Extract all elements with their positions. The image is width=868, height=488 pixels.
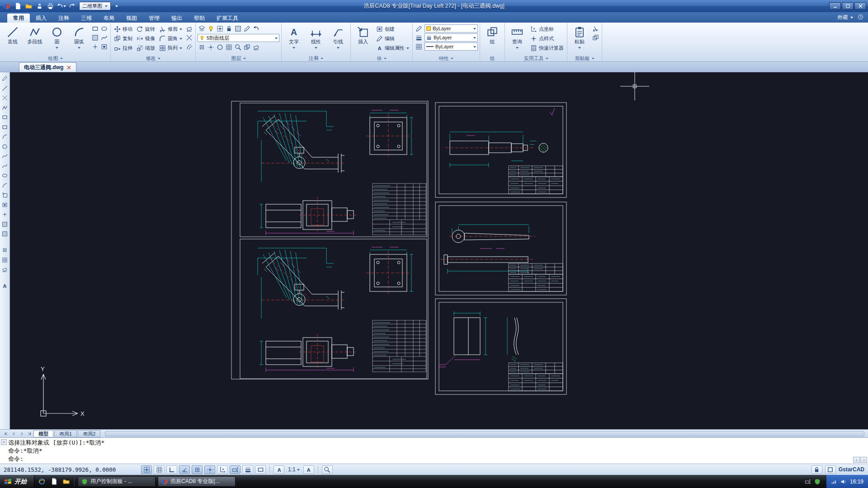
antivirus-icon[interactable]: [814, 479, 821, 485]
ellipse-arc-tool-icon[interactable]: [1, 182, 9, 189]
create-block-button[interactable]: 创建: [375, 24, 410, 33]
line-tool-icon[interactable]: [1, 85, 9, 92]
edit-block-button[interactable]: 编辑: [375, 34, 410, 43]
tab-help[interactable]: 帮助: [188, 14, 211, 23]
annotation-group-label[interactable]: 注释: [283, 55, 349, 61]
command-prompt[interactable]: 命令:: [8, 455, 859, 463]
horizontal-scrollbar[interactable]: [105, 431, 864, 436]
help-icon[interactable]: [858, 14, 863, 21]
make-block-tool-icon[interactable]: [1, 202, 9, 208]
erase-tool-icon[interactable]: [185, 24, 193, 33]
tab-insert[interactable]: 插入: [30, 14, 52, 23]
minimize-button[interactable]: [829, 2, 841, 10]
input-language-icon[interactable]: [805, 479, 811, 485]
toolbar-lock-icon[interactable]: [811, 465, 822, 474]
array-button[interactable]: 阵列: [158, 43, 184, 52]
polyline-button[interactable]: 多段线: [24, 24, 45, 52]
group-group-label[interactable]: 组: [482, 55, 503, 61]
layer-merge-icon[interactable]: [243, 43, 251, 52]
layer-select[interactable]: 5剖面线层: [198, 34, 279, 42]
model-tab[interactable]: 模型: [33, 430, 53, 437]
explode-tool-icon[interactable]: [185, 33, 193, 42]
region-tool-icon[interactable]: [1, 247, 9, 253]
appearance-menu[interactable]: 外观: [837, 14, 853, 21]
dyn-toggle[interactable]: [230, 465, 241, 474]
quick-launch-desktop-icon[interactable]: [49, 477, 59, 487]
line-button[interactable]: 直线: [2, 24, 23, 52]
lineweight-toggle[interactable]: [242, 465, 253, 474]
command-scroll-left[interactable]: [853, 457, 860, 463]
open-file-button[interactable]: [24, 2, 33, 11]
polygon-tool-icon[interactable]: [1, 114, 9, 121]
tab-express-tools[interactable]: 扩展工具: [211, 14, 244, 23]
ortho-toggle[interactable]: [166, 465, 177, 474]
layout2-tab[interactable]: 布局2: [78, 430, 100, 437]
properties-palette-icon[interactable]: [415, 42, 423, 51]
arc-button[interactable]: 圆弧: [69, 24, 90, 52]
layer-lock-icon[interactable]: [225, 24, 233, 33]
quick-launch-ie-icon[interactable]: [37, 477, 47, 487]
rotate-button[interactable]: 旋转: [135, 24, 156, 33]
match-properties-icon[interactable]: [415, 24, 423, 33]
point-coordinate-button[interactable]: 点坐标: [529, 24, 565, 33]
spline-tool-icon[interactable]: [100, 33, 108, 42]
text-button[interactable]: 文字: [283, 24, 304, 52]
snap-toggle[interactable]: [141, 465, 152, 474]
polyline-tool-icon[interactable]: [1, 104, 9, 111]
tab-manage[interactable]: 管理: [143, 14, 165, 23]
workspace-switch-icon[interactable]: [322, 465, 333, 474]
utilities-group-label[interactable]: 实用工具: [507, 55, 565, 61]
draw-group-label[interactable]: 绘图: [2, 55, 108, 61]
hatch-tool-icon[interactable]: [1, 221, 9, 228]
layer-color-icon[interactable]: [234, 24, 242, 33]
construction-line-tool-icon[interactable]: [1, 94, 9, 101]
leader-button[interactable]: 引线: [328, 24, 349, 52]
layer-on-off-icon[interactable]: [207, 24, 215, 33]
start-button[interactable]: 开始: [0, 475, 34, 488]
clock[interactable]: 16:19: [850, 479, 863, 485]
color-select[interactable]: ByLayer: [425, 24, 478, 33]
point-style-button[interactable]: 点样式: [529, 34, 565, 43]
layer-properties-icon[interactable]: [198, 24, 206, 33]
plot-button[interactable]: [45, 2, 55, 11]
move-button[interactable]: 移动: [113, 24, 134, 33]
layer-match-icon[interactable]: [243, 24, 251, 33]
next-layout-arrow[interactable]: [18, 431, 25, 437]
quick-calculator-button[interactable]: 快速计算器: [529, 43, 565, 52]
insert-block-tool-icon[interactable]: [1, 192, 9, 198]
lineweight-select[interactable]: ByLayer: [425, 33, 478, 42]
trim-button[interactable]: 修剪: [158, 24, 184, 33]
offset-tool-icon[interactable]: [185, 42, 193, 51]
hatch-tool-icon[interactable]: [91, 33, 99, 42]
properties-group-label[interactable]: 特性: [415, 55, 478, 61]
copy-clip-tool-icon[interactable]: [591, 33, 600, 42]
paste-button[interactable]: 粘贴: [569, 24, 590, 52]
tab-annotate[interactable]: 注释: [52, 14, 75, 23]
modify-group-label[interactable]: 修改: [113, 55, 193, 61]
command-window[interactable]: 选择注释对象或 [放弃(U)]:*取消* 命令:*取消* 命令:: [0, 437, 868, 464]
group-button[interactable]: 组: [482, 24, 503, 52]
drawing-canvas[interactable]: Y X: [10, 72, 868, 429]
taskbar-item-user-panel[interactable]: 用户控制面板 - ...: [78, 476, 156, 487]
tab-view[interactable]: 视图: [120, 14, 143, 23]
region-tool-icon[interactable]: [100, 42, 108, 51]
table-tool-icon[interactable]: [1, 257, 9, 263]
layer-delete-icon[interactable]: [252, 43, 260, 52]
pencil-tool-icon[interactable]: [1, 75, 9, 82]
close-document-icon[interactable]: [66, 65, 71, 70]
cut-tool-icon[interactable]: [591, 24, 600, 33]
document-tab[interactable]: 电动三通阀.dwg: [19, 62, 76, 72]
arc-tool-icon[interactable]: [1, 133, 9, 140]
app-logo-icon[interactable]: [2, 2, 12, 11]
revision-cloud-tool-icon[interactable]: [1, 153, 9, 160]
linetype-select[interactable]: ByLayer: [425, 42, 478, 51]
tab-layout[interactable]: 布局: [98, 14, 120, 23]
query-button[interactable]: 查询: [507, 24, 528, 52]
last-layout-arrow[interactable]: [26, 431, 33, 437]
circle-button[interactable]: 圆: [47, 24, 67, 52]
wipeout-tool-icon[interactable]: [1, 266, 9, 273]
fillet-button[interactable]: 圆角: [158, 34, 184, 43]
circle-tool-icon[interactable]: [1, 143, 9, 150]
first-layout-arrow[interactable]: [3, 431, 9, 437]
clipboard-group-label[interactable]: 剪贴板: [569, 55, 600, 61]
